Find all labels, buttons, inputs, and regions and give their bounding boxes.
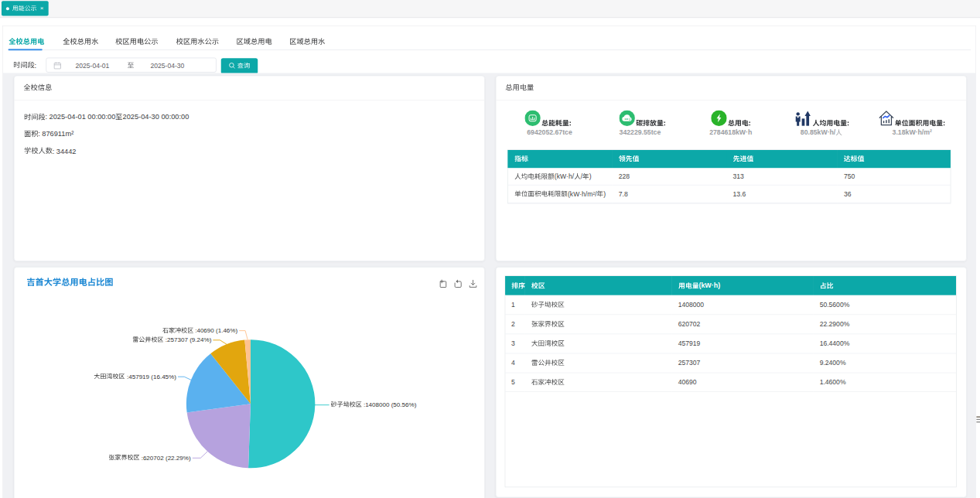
svg-text:co: co bbox=[625, 117, 629, 121]
svg-text:2: 2 bbox=[629, 118, 630, 121]
